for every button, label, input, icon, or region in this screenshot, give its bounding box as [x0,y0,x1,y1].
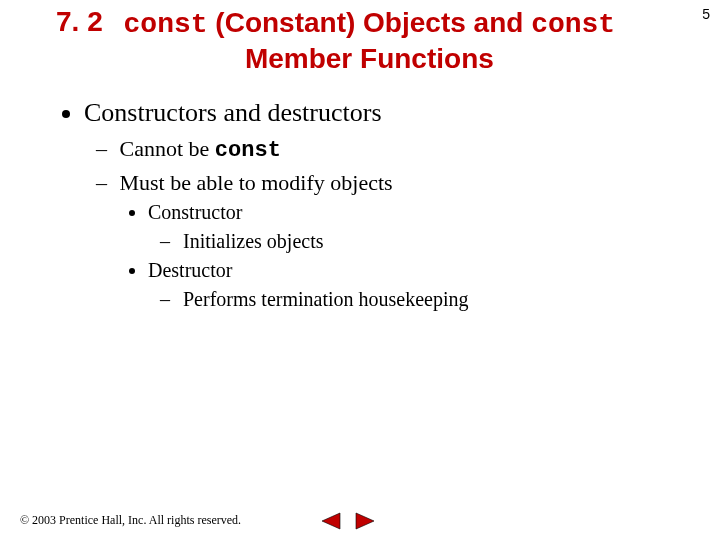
page-number: 5 [702,6,710,22]
bullet-l4a-text: Initializes objects [183,230,324,252]
bullet-l3a-text: Constructor [148,201,242,223]
bullet-l4: Performs termination housekeeping [178,286,656,313]
nav-buttons [320,512,376,530]
svg-marker-0 [322,513,340,529]
next-button[interactable] [354,512,376,530]
bullet-l3b-text: Destructor [148,259,232,281]
bullet-l2a-code: const [215,138,281,163]
bullet-l3: Constructor Initializes objects [148,199,656,255]
bullet-l2: Must be able to modify objects Construct… [114,168,656,314]
bullet-l2b-text: Must be able to modify objects [120,170,393,195]
bullet-l4b-text: Performs termination housekeeping [183,288,469,310]
title-line-1: const (Constant) Objects and const [103,6,636,42]
bullet-l1: Constructors and destructors Cannot be c… [84,95,656,313]
bullet-l1-text: Constructors and destructors [84,98,382,127]
title-code-1: const [124,9,208,40]
bullet-l2: Cannot be const [114,134,656,166]
bullet-l3: Destructor Performs termination housekee… [148,257,656,313]
prev-button[interactable] [320,512,342,530]
slide: 5 7. 2 const (Constant) Objects and cons… [0,0,720,540]
copyright-footer: © 2003 Prentice Hall, Inc. All rights re… [20,513,241,528]
slide-body: Constructors and destructors Cannot be c… [56,95,656,315]
svg-marker-1 [356,513,374,529]
title-line-2: Member Functions [103,42,636,76]
slide-title: 7. 2 const (Constant) Objects and const … [56,6,636,75]
bullet-l4: Initializes objects [178,228,656,255]
triangle-left-icon [320,512,342,530]
bullet-l2a-pre: Cannot be [120,136,215,161]
triangle-right-icon [354,512,376,530]
title-code-2: const [531,9,615,40]
title-mid: (Constant) Objects and [208,7,532,38]
